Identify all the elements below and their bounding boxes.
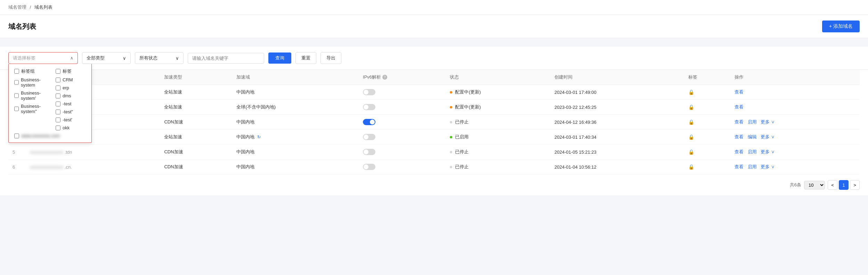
more-button[interactable]: 更多 ∨ xyxy=(761,134,775,140)
breadcrumb: 域名管理 / 域名列表 xyxy=(0,0,868,15)
business-system2-label: Business-system' xyxy=(21,90,44,101)
row-created: 2024-04-12 16:49:36 xyxy=(550,115,684,130)
type-filter[interactable]: 全部类型 ∨ xyxy=(82,52,131,64)
business-system3-checkbox[interactable] xyxy=(14,106,19,111)
crm-checkbox[interactable] xyxy=(56,78,60,82)
business-system-item[interactable]: Business-system xyxy=(9,76,50,89)
row-status: 已停止 xyxy=(446,145,550,160)
test2-item[interactable]: -test" xyxy=(50,108,91,116)
business-system3-label: Business-system" xyxy=(21,104,44,114)
row-status: 已启用 xyxy=(446,130,550,145)
test2-checkbox[interactable] xyxy=(56,110,60,114)
ipv6-toggle[interactable] xyxy=(363,134,375,140)
col-actions: 操作 xyxy=(730,70,860,85)
row-ipv6 xyxy=(359,85,446,100)
more-button[interactable]: 更多 ∨ xyxy=(761,119,775,125)
prev-page-button[interactable]: < xyxy=(828,180,837,190)
view-button[interactable]: 查看 xyxy=(735,134,744,140)
ipv6-toggle[interactable] xyxy=(363,89,375,95)
test3-checkbox[interactable] xyxy=(56,118,60,122)
business-system3-item[interactable]: Business-system" xyxy=(9,102,50,115)
business-system2-checkbox[interactable] xyxy=(14,93,19,98)
export-button[interactable]: 导出 xyxy=(321,52,341,64)
pagination: 共6条 10 20 50 100 < 1 > xyxy=(0,175,868,195)
status-text: 已启用 xyxy=(455,134,469,139)
page-container: 域名管理 / 域名列表 域名列表 + 添加域名 请选择标签 ∧ 标签组 xyxy=(0,0,868,275)
status-dot xyxy=(450,136,452,138)
row-num: 6 xyxy=(8,160,26,175)
status-filter[interactable]: 所有状态 ∨ xyxy=(135,52,184,64)
more-button[interactable]: 更多 ∨ xyxy=(761,149,775,155)
query-button[interactable]: 查询 xyxy=(268,52,291,64)
add-domain-button[interactable]: + 添加域名 xyxy=(822,21,860,32)
enable-button[interactable]: 启用 xyxy=(748,119,757,125)
more-button[interactable]: 更多 ∨ xyxy=(761,164,775,170)
cname-suffix: .tdn xyxy=(65,149,72,155)
ipv6-toggle[interactable] xyxy=(363,149,375,155)
refresh-icon[interactable]: ↻ xyxy=(257,135,261,139)
tag-checkbox[interactable] xyxy=(56,69,60,74)
breadcrumb-parent[interactable]: 域名管理 xyxy=(8,5,26,10)
row-cname: xxxxxxxxxxxxxxxx .tdn xyxy=(26,145,160,160)
ipv6-toggle[interactable] xyxy=(363,119,375,125)
status-text: 已停止 xyxy=(455,149,469,154)
row-ipv6 xyxy=(359,145,446,160)
row-tags: 🔒 xyxy=(684,85,730,100)
business-system2-item[interactable]: Business-system' xyxy=(9,89,50,102)
tag-group-checkbox[interactable] xyxy=(14,69,19,74)
row-created: 2023-03-22 12:45:25 xyxy=(550,100,684,115)
tag-group-item[interactable]: 标签组 xyxy=(9,67,50,76)
view-button[interactable]: 查看 xyxy=(735,149,744,155)
tag-select[interactable]: 请选择标签 ∧ xyxy=(8,52,78,64)
row-tags: 🔒 xyxy=(684,145,730,160)
okk-label: okk xyxy=(63,125,70,130)
page-1-button[interactable]: 1 xyxy=(839,180,849,190)
lock-icon: 🔒 xyxy=(688,119,694,125)
row-region: 中国内地 xyxy=(232,145,358,160)
row-type: CDN加速 xyxy=(160,145,232,160)
ipv6-toggle[interactable] xyxy=(363,104,375,110)
edit-button[interactable]: 编辑 xyxy=(748,134,757,140)
status-dot xyxy=(450,151,452,153)
tag-select-placeholder: 请选择标签 xyxy=(13,55,35,61)
okk-item[interactable]: okk xyxy=(50,124,91,132)
enable-button[interactable]: 启用 xyxy=(748,149,757,155)
view-button[interactable]: 查看 xyxy=(735,119,744,125)
dms-checkbox[interactable] xyxy=(56,94,60,98)
status-filter-label: 所有状态 xyxy=(139,55,157,61)
enable-button[interactable]: 启用 xyxy=(748,164,757,170)
erp-checkbox[interactable] xyxy=(56,86,60,90)
view-button[interactable]: 查看 xyxy=(735,89,744,95)
next-page-button[interactable]: > xyxy=(850,180,860,190)
tag-group-label: 标签组 xyxy=(21,68,35,74)
dms-item[interactable]: dms xyxy=(50,92,91,100)
lock-icon: 🔒 xyxy=(688,89,694,95)
row-actions: 查看 xyxy=(730,85,860,100)
ipv6-question-icon[interactable]: ? xyxy=(382,75,387,80)
test3-item[interactable]: -test' xyxy=(50,116,91,124)
keyword-input[interactable] xyxy=(188,53,264,64)
crm-item[interactable]: CRM xyxy=(50,76,91,84)
status-text: 已停止 xyxy=(455,164,469,169)
view-button[interactable]: 查看 xyxy=(735,104,744,110)
page-header: 域名列表 + 添加域名 xyxy=(0,15,868,38)
erp-item[interactable]: erp xyxy=(50,84,91,92)
lock-icon: 🔒 xyxy=(688,134,694,140)
cname-value: xxxxxxxxxxxxxxxx xyxy=(30,150,63,155)
test1-checkbox[interactable] xyxy=(56,102,60,106)
tag-item[interactable]: 标签 xyxy=(50,67,91,76)
type-filter-label: 全部类型 xyxy=(87,55,105,61)
blurred-checkbox[interactable] xyxy=(14,134,19,138)
ipv6-toggle[interactable] xyxy=(363,164,375,170)
row-ipv6 xyxy=(359,130,446,145)
row-region: 中国内地 xyxy=(232,115,358,130)
business-system-checkbox[interactable] xyxy=(14,80,19,85)
cname-suffix: .cn. xyxy=(65,164,72,170)
okk-checkbox[interactable] xyxy=(56,126,60,130)
table-row: xxxxxxxxxxxxxxxx .cta CDN加速 中国内地 已停止 xyxy=(8,115,860,130)
test1-item[interactable]: -test xyxy=(50,100,91,108)
page-size-select[interactable]: 10 20 50 100 xyxy=(804,181,825,189)
row-created: 2024-03-01 17:40:34 xyxy=(550,130,684,145)
reset-button[interactable]: 重置 xyxy=(295,52,316,64)
view-button[interactable]: 查看 xyxy=(735,164,744,170)
